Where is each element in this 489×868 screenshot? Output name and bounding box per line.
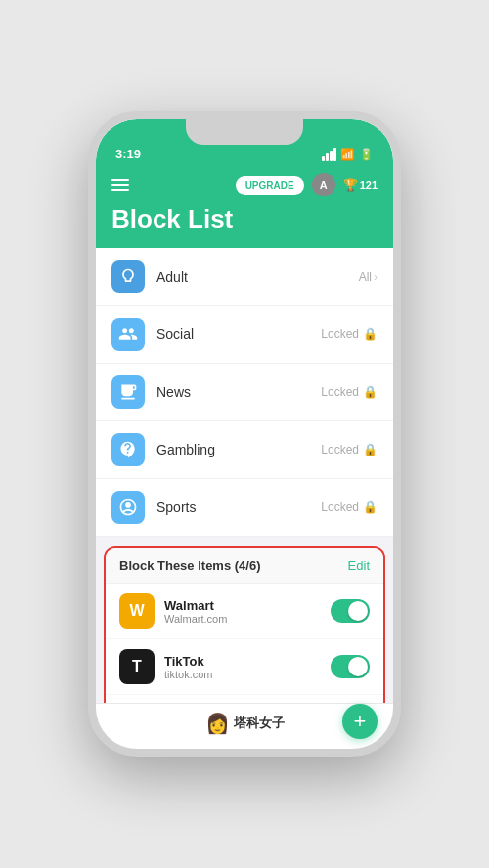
block-section: Block These Items (4/6) Edit W Walmart W…	[104, 546, 385, 703]
header-top: UPGRADE A 🏆 121	[111, 173, 378, 196]
gambling-lock-icon: 🔒	[363, 443, 378, 456]
block-item-walmart: W Walmart Walmart.com	[106, 584, 383, 639]
sports-icon	[111, 491, 145, 524]
gambling-status: Locked 🔒	[321, 443, 378, 456]
walmart-name: Walmart	[164, 598, 331, 613]
news-lock-icon: 🔒	[363, 385, 378, 399]
sports-status: Locked 🔒	[321, 500, 378, 514]
walmart-url: Walmart.com	[164, 613, 331, 625]
news-icon	[111, 375, 145, 409]
app-header: UPGRADE A 🏆 121 Block List	[96, 167, 393, 248]
news-status: Locked 🔒	[321, 385, 378, 399]
category-news[interactable]: News Locked 🔒	[96, 364, 393, 421]
walmart-toggle[interactable]	[331, 599, 370, 623]
news-label: News	[156, 384, 321, 400]
block-item-tiktok: T TikTok tiktok.com	[106, 639, 383, 695]
page-title: Block List	[111, 204, 378, 235]
avatar[interactable]: A	[312, 173, 335, 196]
notch	[186, 119, 303, 145]
block-section-title: Block These Items (4/6)	[119, 558, 261, 573]
bottom-bar: 👩 塔科女子 +	[96, 703, 393, 749]
category-adult[interactable]: Adult All ›	[96, 248, 393, 306]
status-time: 3:19	[115, 147, 141, 161]
lock-icon: 🔒	[363, 327, 378, 341]
category-list: Adult All › Social Locked 🔒	[96, 248, 393, 537]
hamburger-menu[interactable]	[111, 179, 129, 191]
watermark: 👩 塔科女子	[205, 712, 285, 735]
header-right: UPGRADE A 🏆 121	[236, 173, 378, 196]
upgrade-button[interactable]: UPGRADE	[236, 176, 304, 195]
social-icon	[111, 318, 145, 351]
tiktok-toggle[interactable]	[331, 655, 370, 678]
watermark-icon: 👩	[205, 712, 230, 735]
walmart-icon: W	[119, 593, 155, 629]
gambling-icon	[111, 433, 145, 466]
social-label: Social	[156, 326, 321, 342]
battery-icon: 🔋	[359, 148, 374, 161]
chevron-icon: ›	[374, 270, 378, 283]
adult-status: All ›	[359, 270, 378, 283]
score-value: 121	[360, 179, 378, 191]
status-icons: 📶 🔋	[322, 148, 374, 161]
sports-label: Sports	[156, 499, 321, 515]
social-status: Locked 🔒	[321, 327, 378, 341]
category-sports[interactable]: Sports Locked 🔒	[96, 479, 393, 537]
edit-button[interactable]: Edit	[348, 558, 370, 573]
tiktok-info: TikTok tiktok.com	[164, 654, 331, 680]
adult-icon	[111, 260, 145, 293]
heart-score: 🏆 121	[343, 178, 378, 192]
gambling-label: Gambling	[156, 442, 321, 457]
heart-icon: 🏆	[343, 178, 358, 192]
content-area: Adult All › Social Locked 🔒	[96, 248, 393, 703]
signal-icon	[322, 148, 336, 161]
phone-screen: 3:19 📶 🔋 UPGRADE A	[96, 119, 393, 749]
category-social[interactable]: Social Locked 🔒	[96, 306, 393, 364]
walmart-info: Walmart Walmart.com	[164, 598, 331, 625]
category-gambling[interactable]: Gambling Locked 🔒	[96, 421, 393, 479]
tiktok-name: TikTok	[164, 654, 331, 669]
wifi-icon: 📶	[340, 148, 355, 161]
phone-frame: 3:19 📶 🔋 UPGRADE A	[88, 111, 401, 757]
sports-lock-icon: 🔒	[363, 500, 378, 514]
block-section-header: Block These Items (4/6) Edit	[106, 548, 383, 584]
tiktok-icon: T	[119, 649, 155, 684]
block-item-facebook: F Facebook facebook.com	[106, 695, 383, 703]
watermark-text: 塔科女子	[234, 715, 285, 732]
tiktok-url: tiktok.com	[164, 669, 331, 680]
adult-label: Adult	[156, 269, 359, 284]
fab-button[interactable]: +	[342, 704, 378, 739]
